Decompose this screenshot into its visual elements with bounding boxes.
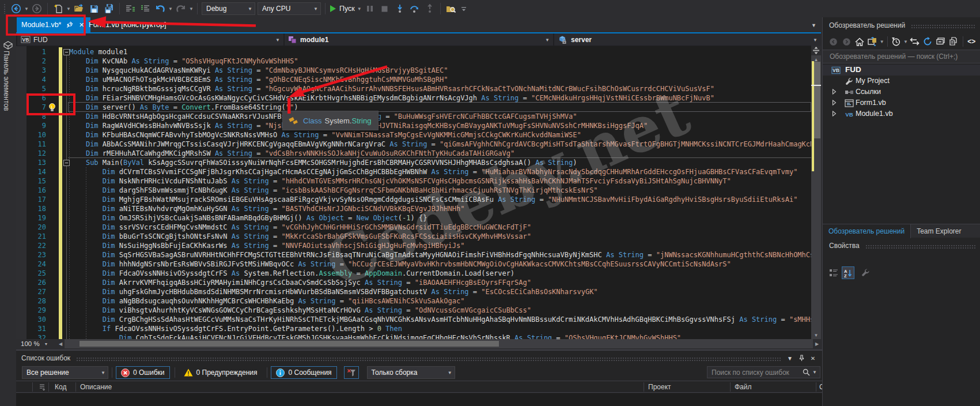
scroll-right-arrow[interactable]: ▶ (813, 339, 821, 348)
editor-vertical-scrollbar[interactable]: ▲ ▼ (811, 46, 821, 339)
toolbar-grip[interactable] (3, 3, 6, 14)
tab-form1-vb[interactable]: Form1.vb [Конструктор] (84, 17, 171, 32)
step-out-button[interactable] (423, 2, 437, 16)
collapse-region-button[interactable] (63, 160, 70, 166)
column-code[interactable]: Код (55, 383, 66, 391)
column-project[interactable]: Проект (648, 383, 671, 391)
property-pages-button[interactable] (860, 266, 872, 279)
chevron-down-icon[interactable]: ▼ (812, 370, 817, 375)
warnings-filter-button[interactable]: 0 Предупреждения (179, 366, 263, 379)
messages-filter-button[interactable]: 0 Сообщения (271, 366, 336, 379)
tree-item-module1-vb[interactable]: VBModule1.vb (823, 108, 980, 119)
tab-team-explorer[interactable]: Team Explorer (911, 224, 967, 238)
find-in-files-button[interactable] (444, 2, 458, 16)
code-line[interactable]: 15 Dim NskNhrHRHciVcduFNShNtuJabS As Str… (16, 176, 811, 186)
tree-item-my-project[interactable]: My Project (823, 76, 980, 87)
lightbulb-icon[interactable] (48, 103, 56, 112)
se-refresh-button[interactable] (921, 35, 933, 48)
solution-platform-combo[interactable]: Any CPU ▼ (258, 2, 321, 15)
expander-icon[interactable] (832, 111, 837, 116)
editor-splitter-handle[interactable] (811, 46, 821, 55)
step-into-button[interactable] (393, 2, 407, 16)
scroll-down-arrow[interactable]: ▼ (811, 331, 821, 339)
editor-zoom-combo[interactable]: 100 % ▼ (17, 339, 55, 348)
error-scope-combo[interactable]: Все решение ▼ (22, 366, 108, 379)
collapse-region-button[interactable] (63, 49, 70, 55)
pause-button[interactable] (363, 2, 377, 16)
se-back-button[interactable] (827, 35, 839, 48)
se-switch-views-button[interactable] (866, 35, 878, 48)
nav-member-dropdown[interactable]: server ▼ (554, 33, 821, 46)
solution-explorer-search[interactable]: Обозреватель решений — поиск (Ctrl+;) (823, 50, 980, 63)
filter-button[interactable] (344, 366, 359, 379)
tab-list-dropdown[interactable]: ▼ (811, 22, 816, 28)
alphabetical-sort-button[interactable]: AZ (842, 266, 854, 279)
code-line[interactable]: 28 Dim aNgBBdsugcauqhsOuvhNKhhHgMCBrCsWH… (16, 296, 811, 306)
code-line[interactable]: 30 Dim CrgBChgHSsSdAhasHtWEGCcVuMMsNsaCs… (16, 315, 811, 324)
comment-lines-button[interactable] (138, 2, 152, 16)
toolbar-overflow-button[interactable] (461, 2, 467, 16)
expander-icon[interactable] (832, 100, 837, 106)
code-editor[interactable]: 1Module module12 Dim KvCNAb As String = … (16, 46, 811, 339)
start-dropdown[interactable]: ▼ (357, 2, 362, 16)
undo-dropdown[interactable]: ▼ (168, 2, 173, 16)
chevron-down-icon[interactable]: ▼ (879, 39, 885, 44)
toolbox-autohide-tab[interactable]: Панель элементов (0, 17, 16, 406)
horizontal-scrollbar-thumb[interactable] (80, 341, 499, 347)
solution-configuration-combo[interactable]: Debug ▼ (202, 2, 255, 15)
scroll-left-arrow[interactable]: ◀ (56, 339, 65, 348)
se-forward-button[interactable] (840, 35, 852, 48)
tab-solution-explorer[interactable]: Обозреватель решений (823, 224, 911, 238)
navigate-back-dropdown[interactable]: ▼ (24, 2, 29, 16)
window-menu-icon[interactable]: ▼ (785, 354, 794, 363)
column-description[interactable]: Описание (80, 383, 112, 391)
redo-button[interactable] (174, 2, 188, 16)
severity-column-icon[interactable] (39, 384, 45, 390)
build-filter-combo[interactable]: Только сборка ▼ (367, 366, 455, 379)
start-debug-button[interactable]: Пуск (329, 2, 356, 16)
error-list-search[interactable]: Поиск по списку ошибок ▼ (707, 366, 820, 378)
nav-type-dropdown[interactable]: module1 ▼ (285, 33, 553, 46)
code-line[interactable]: 29 Dim viBhsgtvAhurhhtKyVCsWNGsGOWCCyChr… (16, 306, 811, 315)
se-sync-button[interactable] (909, 35, 921, 48)
errors-filter-button[interactable]: 0 Ошибки (116, 366, 170, 379)
se-home-button[interactable] (853, 35, 865, 48)
column-file[interactable]: Файл (735, 383, 752, 391)
code-line[interactable]: 27 Dim uhgFskGhmJycHBHdubBmsdSdiNHMBSMrr… (16, 287, 811, 296)
undo-button[interactable] (153, 2, 167, 16)
nav-project-dropdown[interactable]: VB FUD ▼ (17, 33, 283, 46)
view-code-icon[interactable]: <> (966, 35, 978, 48)
code-line[interactable]: 13 Sub Main(ByVal kSsAggcSSuvrqFhWaSOiss… (16, 158, 811, 167)
new-file-button[interactable] (51, 2, 65, 16)
new-file-dropdown[interactable]: ▼ (66, 2, 71, 16)
code-line[interactable]: 14 Dim dCVrmTCBsSVvmiFCCSgNFjBhJsgrKhsCC… (16, 167, 811, 176)
redo-dropdown[interactable]: ▼ (188, 2, 194, 16)
se-properties-button[interactable] (947, 35, 959, 48)
error-list-body[interactable] (16, 393, 822, 406)
navigate-forward-button[interactable] (30, 2, 44, 16)
code-line[interactable]: 1Module module1 (16, 47, 811, 57)
code-line[interactable]: 26 Dim AkrrvKVMFhqigqABssHCiyRMAHyimiNHh… (16, 278, 811, 287)
stop-button[interactable] (378, 2, 392, 16)
horizontal-scrollbar-track[interactable] (65, 339, 813, 348)
pin-icon[interactable] (66, 21, 74, 29)
pin-icon[interactable] (797, 354, 806, 363)
expander-icon[interactable] (832, 89, 837, 95)
step-over-button[interactable] (408, 2, 422, 16)
navigate-back-button[interactable] (9, 2, 23, 16)
code-line[interactable]: 12 Dim rMEHHuhATCaWhgdMKCigMRshSW As Str… (16, 149, 811, 158)
code-line[interactable]: 31 If FdcaOVssNNHsivOSyssdgtCrFS.EntryPo… (16, 324, 811, 333)
save-all-button[interactable] (102, 2, 116, 16)
tab-module1-vb[interactable]: Module1.vb* ✕ (17, 17, 90, 32)
categorized-button[interactable] (827, 266, 840, 279)
tree-item-form1-vb[interactable]: Form1.vb (823, 97, 980, 108)
chevron-down-icon[interactable]: ▼ (903, 39, 909, 44)
se-pending-changes-button[interactable] (890, 35, 902, 48)
vertical-scrollbar-thumb[interactable] (814, 62, 820, 138)
toggle-indent-button[interactable] (123, 2, 137, 16)
tree-item--[interactable]: Ссылки (823, 87, 980, 97)
code-line[interactable]: 32 Dim CghTsSdgEckAuAsiHCVENcNJrGiVEHdBc… (16, 333, 811, 339)
open-file-button[interactable] (72, 2, 86, 16)
se-collapse-all-button[interactable] (934, 35, 947, 48)
save-button[interactable] (87, 2, 101, 16)
